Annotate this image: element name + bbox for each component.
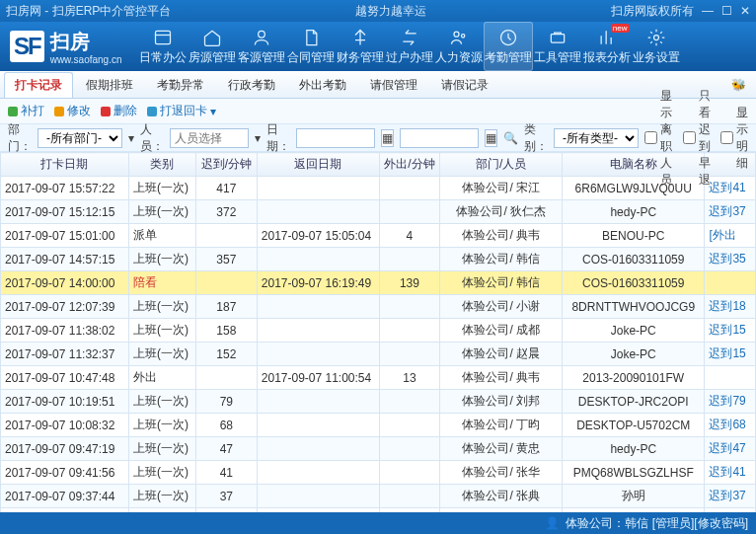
table-row[interactable]: 2017-09-07 14:57:15上班(一次)357体验公司/ 韩信COS-… — [1, 248, 756, 271]
svg-point-6 — [653, 35, 658, 39]
table-row[interactable]: 2017-09-07 15:57:22上班(一次)417体验公司/ 宋江6R6M… — [1, 177, 756, 200]
cell: 2017-09-07 15:57:22 — [1, 177, 129, 200]
max-icon[interactable]: ☐ — [721, 4, 732, 18]
cell: 2017-09-07 15:12:15 — [1, 200, 129, 224]
col-header[interactable]: 打卡日期 — [1, 153, 129, 177]
edit-button[interactable]: 修改 — [54, 103, 91, 119]
status-text[interactable]: 体验公司：韩信 [管理员][修改密码] — [566, 515, 748, 532]
table-row[interactable]: 2017-09-07 15:12:15上班(一次)372体验公司/ 狄仁杰hed… — [1, 200, 756, 224]
cell: 2017-09-07 16:19:49 — [257, 271, 379, 295]
only-late-checkbox[interactable]: 只看迟到早退 — [683, 88, 716, 189]
nav-tools[interactable]: 工具管理 — [533, 22, 582, 71]
nav-contract[interactable]: 合同管理 — [286, 22, 336, 71]
tab-考勤异常[interactable]: 考勤异常 — [146, 72, 215, 98]
person-dropdown-icon[interactable]: ▾ — [255, 131, 261, 145]
cell: 体验公司/ 刘邦 — [440, 390, 563, 414]
table-row[interactable]: 2017-09-07 11:32:37上班(一次)152体验公司/ 赵晨Joke… — [1, 343, 756, 366]
calendar-to-icon[interactable]: ▦ — [485, 129, 497, 147]
tab-外出考勤[interactable]: 外出考勤 — [288, 72, 357, 98]
cell: 上班(一次) — [128, 177, 195, 200]
rights-text: 扫房网版权所有 — [611, 3, 694, 20]
add-button[interactable]: 补打 — [8, 103, 44, 119]
nav-report[interactable]: 报表分析new — [582, 22, 632, 71]
table-row[interactable]: 2017-09-07 14:00:00陪看2017-09-07 16:19:49… — [1, 271, 756, 295]
toolbar: 补打 修改 删除 打退回卡 ▾ — [0, 99, 756, 124]
type-label: 类别： — [524, 121, 548, 155]
table-row[interactable]: 2017-09-07 09:37:44上班(一次)37体验公司/ 张典孙明迟到3… — [1, 485, 756, 508]
nav-transfer[interactable]: 过户办理 — [385, 22, 434, 71]
calendar-from-icon[interactable]: ▦ — [381, 129, 394, 147]
cell: 上班(一次) — [128, 319, 195, 343]
cell: DESKTOP-U5702CM — [563, 414, 705, 437]
cell: hedy-PC — [563, 437, 705, 461]
type-select[interactable]: -所有类型- — [554, 128, 639, 148]
customer-icon — [252, 28, 271, 47]
nav-attendance[interactable]: 考勤管理 — [484, 22, 533, 71]
cell: 79 — [195, 390, 257, 414]
col-header[interactable]: 部门/人员 — [440, 153, 563, 177]
svg-point-3 — [461, 34, 464, 37]
cell — [379, 248, 440, 271]
cell: 2017-09-07 11:38:02 — [1, 319, 129, 343]
cell: 陪看 — [128, 271, 195, 295]
table-row[interactable]: 2017-09-07 09:47:19上班(一次)47体验公司/ 黄忠hedy-… — [1, 437, 756, 461]
pencil-icon — [54, 107, 64, 116]
close-icon[interactable]: ✕ — [740, 4, 750, 18]
show-detail-checkbox[interactable]: 显示明细 — [720, 105, 748, 172]
return-card-button[interactable]: 打退回卡 ▾ — [147, 103, 216, 119]
table-row[interactable]: 2017-09-07 10:08:32上班(一次)68体验公司/ 丁昀DESKT… — [1, 414, 756, 437]
date-to-input[interactable] — [400, 128, 479, 148]
col-header[interactable]: 外出/分钟 — [379, 153, 440, 177]
table-row[interactable]: 2017-09-07 09:41:56上班(一次)41体验公司/ 张华PMQ68… — [1, 461, 756, 485]
show-leavers-checkbox[interactable]: 显示离职人员 — [644, 88, 677, 189]
nav-customer[interactable]: 客源管理 — [237, 22, 286, 71]
table-row[interactable]: 2017-09-07 11:38:02上班(一次)158体验公司/ 成都Joke… — [1, 319, 756, 343]
table-row[interactable]: 2017-09-07 10:47:48外出2017-09-07 11:00:54… — [1, 366, 756, 390]
dept-select[interactable]: -所有部门- — [38, 128, 122, 148]
svg-rect-0 — [155, 31, 170, 43]
cell: 上班(一次) — [128, 390, 195, 414]
nav-hr[interactable]: 人力资源 — [434, 22, 484, 71]
cell: 4 — [379, 224, 440, 248]
cell: 2017-09-07 14:57:15 — [1, 248, 129, 271]
attendance-icon — [498, 28, 518, 47]
window-titlebar: 扫房网 - 扫房ERP中介管控平台 越努力越幸运 扫房网版权所有 — ☐ ✕ — [0, 0, 756, 22]
cell: 迟到15 — [705, 319, 756, 343]
table-body: 2017-09-07 15:57:22上班(一次)417体验公司/ 宋江6R6M… — [1, 177, 756, 535]
col-header[interactable]: 类别 — [128, 153, 195, 177]
plus-icon — [8, 107, 18, 116]
table-row[interactable]: 2017-09-07 10:19:51上班(一次)79体验公司/ 刘邦DESKT… — [1, 390, 756, 414]
nav-daily[interactable]: 日常办公 — [138, 22, 188, 71]
cell: 体验公司/ 韩信 — [440, 271, 563, 295]
cell — [257, 295, 379, 319]
nav-label: 财务管理 — [337, 49, 384, 66]
cell: 2017-09-07 10:08:32 — [1, 414, 129, 437]
nav-house[interactable]: 房源管理 — [188, 22, 237, 71]
cell: 上班(一次) — [128, 295, 195, 319]
cell: 迟到35 — [705, 248, 756, 271]
table-row[interactable]: 2017-09-07 12:07:39上班(一次)187体验公司/ 小谢8DRN… — [1, 295, 756, 319]
cell — [257, 390, 379, 414]
delete-button[interactable]: 删除 — [101, 103, 137, 119]
dept-tree-icon[interactable]: ▾ — [128, 131, 134, 145]
person-input[interactable] — [170, 128, 249, 148]
cell: 2017-09-07 14:00:00 — [1, 271, 129, 295]
nav-settings[interactable]: 业务设置 — [632, 22, 681, 71]
tab-打卡记录[interactable]: 打卡记录 — [4, 72, 73, 98]
tab-行政考勤[interactable]: 行政考勤 — [217, 72, 286, 98]
tab-假期排班[interactable]: 假期排班 — [75, 72, 144, 98]
col-header[interactable]: 迟到/分钟 — [195, 153, 257, 177]
col-header[interactable]: 返回日期 — [257, 153, 379, 177]
cell — [257, 248, 379, 271]
date-from-input[interactable] — [296, 128, 375, 148]
table-row[interactable]: 2017-09-07 15:01:00派单2017-09-07 15:05:04… — [1, 224, 756, 248]
nav-label: 客源管理 — [238, 49, 285, 66]
slogan: 越努力越幸运 — [355, 3, 426, 20]
tab-请假记录[interactable]: 请假记录 — [430, 72, 499, 98]
tab-请假管理[interactable]: 请假管理 — [359, 72, 428, 98]
cell: 迟到37 — [705, 485, 756, 508]
cell — [257, 319, 379, 343]
search-icon[interactable]: 🔍 — [503, 131, 518, 145]
nav-finance[interactable]: 财务管理 — [336, 22, 385, 71]
min-icon[interactable]: — — [702, 4, 714, 18]
